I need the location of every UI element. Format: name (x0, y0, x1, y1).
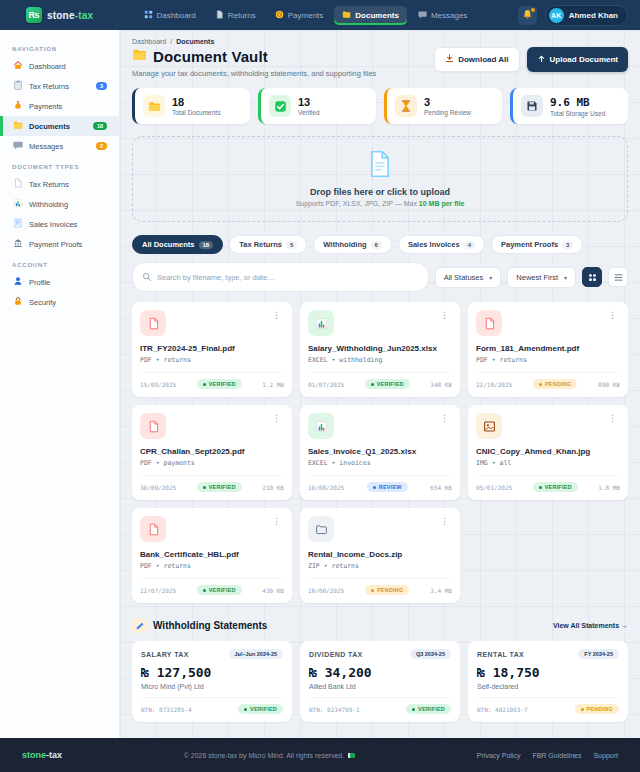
withholding-card-salary: SALARY TAXJul–Jun 2024-25 ₨ 127,500 Micr… (132, 641, 292, 722)
sidebar-item-profile[interactable]: Profile (0, 272, 119, 292)
content-shell: NAVIGATION Dashboard Tax Returns 3 Payme… (0, 30, 640, 738)
withholding-entity: Self-declared (477, 683, 619, 690)
card-menu-button[interactable]: ⋮ (437, 310, 452, 321)
sidebar-item-documents[interactable]: Documents 18 (0, 116, 119, 136)
dropzone-hint-text: Supports PDF, XLSX, JPG, ZIP — Max (296, 200, 419, 207)
sidebar-item-type-withholding[interactable]: Withholding (0, 194, 119, 214)
tab-count: 6 (371, 241, 382, 249)
stat-label: Total Documents (172, 109, 220, 116)
tab-label: Tax Returns (239, 240, 282, 249)
document-card[interactable]: ⋮ Salary_Withholding_Jun2025.xlsx EXCEL … (300, 302, 460, 397)
download-all-button[interactable]: Download All (434, 47, 519, 72)
topnav-payments[interactable]: Payments (267, 6, 332, 25)
sidebar-item-type-sales-invoices[interactable]: Sales Invoices (0, 214, 119, 234)
view-all-statements-link[interactable]: View All Statements → (553, 622, 628, 629)
card-menu-button[interactable]: ⋮ (605, 310, 620, 321)
stat-value: 3 (424, 96, 471, 108)
withholding-title: Withholding Statements (153, 620, 267, 631)
sort-order-select[interactable]: Newest First ▾ (507, 267, 576, 288)
status-filter-select[interactable]: All Statuses ▾ (435, 267, 502, 288)
notifications-button[interactable] (518, 6, 537, 25)
sidebar-item-tax-returns[interactable]: Tax Returns 3 (0, 76, 119, 96)
sidebar-item-security[interactable]: Security (0, 292, 119, 312)
download-icon (445, 54, 454, 65)
document-date: 30/09/2025 (140, 484, 176, 491)
footer-link-privacy[interactable]: Privacy Policy (477, 752, 521, 759)
status-badge: PENDING (533, 379, 577, 389)
lock-icon (13, 296, 23, 308)
ntn-number: NTN: 0731285-4 (141, 706, 192, 713)
tab-sales-invoices[interactable]: Sales Invoices 4 (398, 235, 485, 254)
excel-file-icon (308, 310, 334, 336)
search-row: All Statuses ▾ Newest First ▾ (132, 262, 628, 292)
sidebar-item-type-tax-returns[interactable]: Tax Returns (0, 174, 119, 194)
document-card[interactable]: ⋮ Rental_Income_Docs.zip ZIP • returns 1… (300, 508, 460, 603)
document-card[interactable]: ⋮ ITR_FY2024-25_Final.pdf PDF • returns … (132, 302, 292, 397)
header-actions: Download All Upload Document (434, 47, 628, 72)
document-meta: EXCEL • invoices (308, 459, 452, 467)
topnav-messages[interactable]: Messages (410, 6, 475, 25)
tab-payment-proofs[interactable]: Payment Proofs 3 (491, 235, 583, 254)
count-badge: 3 (96, 82, 107, 90)
document-date: 22/10/2025 (476, 381, 512, 388)
documents-grid: ⋮ ITR_FY2024-25_Final.pdf PDF • returns … (132, 302, 628, 603)
document-size: 348 KB (430, 381, 452, 388)
list-view-button[interactable] (608, 267, 628, 287)
card-menu-button[interactable]: ⋮ (437, 413, 452, 424)
footer-link-fbr[interactable]: FBR Guidelines (532, 752, 581, 759)
stat-storage-used: 9.6 MB Total Storage Used (510, 88, 628, 124)
card-menu-button[interactable]: ⋮ (269, 413, 284, 424)
topnav-label: Documents (355, 11, 399, 20)
withholding-amount: ₨ 34,200 (309, 665, 451, 680)
sidebar-item-dashboard[interactable]: Dashboard (0, 56, 119, 76)
count-badge: 2 (96, 142, 107, 150)
floppy-disk-icon (521, 95, 543, 117)
top-nav-items: Dashboard Returns Payments Documents Mes… (136, 6, 476, 25)
card-menu-button[interactable]: ⋮ (269, 516, 284, 527)
document-card[interactable]: ⋮ CPR_Challan_Sept2025.pdf PDF • payment… (132, 405, 292, 500)
sidebar-section-title: ACCOUNT (0, 254, 119, 272)
upload-dropzone[interactable]: Drop files here or click to upload Suppo… (132, 136, 628, 222)
topnav-documents[interactable]: Documents (334, 6, 407, 25)
page-header: Document Vault Manage your tax documents… (132, 47, 628, 78)
document-card[interactable]: ⋮ Bank_Certificate_HBL.pdf PDF • returns… (132, 508, 292, 603)
document-card[interactable]: ⋮ Form_181_Amendment.pdf PDF • returns 2… (468, 302, 628, 397)
brand-name: stone-tax (47, 10, 93, 21)
tab-tax-returns[interactable]: Tax Returns 5 (229, 235, 307, 254)
stat-verified: 13 Verified (258, 88, 376, 124)
search-input[interactable] (157, 273, 419, 282)
status-filter-value: All Statuses (444, 273, 484, 282)
document-title: CNIC_Copy_Ahmed_Khan.jpg (476, 447, 620, 456)
stat-label: Verified (298, 109, 320, 116)
card-menu-button[interactable]: ⋮ (269, 310, 284, 321)
breadcrumb-dashboard[interactable]: Dashboard (132, 38, 166, 45)
withholding-amount: ₨ 127,500 (141, 665, 283, 680)
topnav-returns[interactable]: Returns (207, 6, 264, 25)
stat-pending-review: 3 Pending Review (384, 88, 502, 124)
tab-all-documents[interactable]: All Documents 18 (132, 235, 223, 254)
grid-view-button[interactable] (582, 267, 602, 287)
document-card[interactable]: ⋮ CNIC_Copy_Ahmed_Khan.jpg IMG • all 05/… (468, 405, 628, 500)
upload-document-button[interactable]: Upload Document (527, 47, 628, 72)
sidebar-item-type-payment-proofs[interactable]: Payment Proofs (0, 234, 119, 254)
topnav-label: Messages (431, 11, 467, 20)
card-menu-button[interactable]: ⋮ (437, 516, 452, 527)
document-meta: PDF • returns (476, 356, 620, 364)
stat-value: 9.6 MB (550, 96, 605, 109)
search-box (132, 262, 429, 292)
footer-link-support[interactable]: Support (593, 752, 618, 759)
topnav-dashboard[interactable]: Dashboard (136, 6, 204, 25)
check-icon (269, 95, 291, 117)
sidebar-item-label: Messages (29, 142, 63, 151)
sidebar-item-messages[interactable]: Messages 2 (0, 136, 119, 156)
coin-icon (275, 10, 284, 21)
card-menu-button[interactable]: ⋮ (605, 413, 620, 424)
dashboard-grid-icon (144, 10, 153, 21)
dropzone-hint: Supports PDF, XLSX, JPG, ZIP — Max 10 MB… (143, 200, 617, 207)
sidebar-item-label: Payments (29, 102, 62, 111)
document-date: 10/08/2025 (308, 484, 344, 491)
sidebar-item-payments[interactable]: Payments (0, 96, 119, 116)
tab-withholding[interactable]: Withholding 6 (313, 235, 392, 254)
user-menu[interactable]: AK Ahmed Khan (545, 5, 628, 26)
document-card[interactable]: ⋮ Sales_Invoice_Q1_2025.xlsx EXCEL • inv… (300, 405, 460, 500)
